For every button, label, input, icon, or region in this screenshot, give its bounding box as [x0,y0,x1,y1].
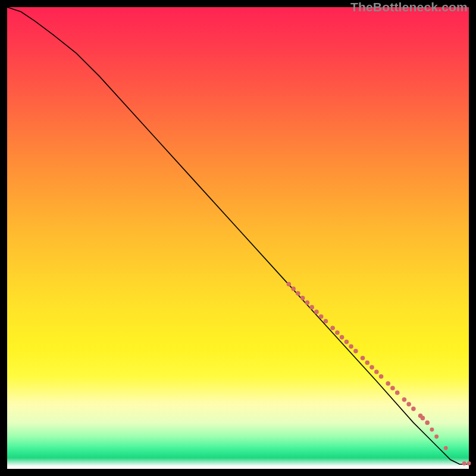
chart-svg [7,7,469,469]
marker-point [444,446,448,450]
marker-point [361,356,365,361]
marker-point [345,340,349,345]
marker-point [402,397,407,402]
marker-point [309,305,314,310]
marker-point [365,361,369,365]
marker-point [291,287,296,292]
marker-point [406,402,411,407]
marker-point [353,349,358,353]
curve-line [7,7,469,464]
marker-point [340,335,345,340]
chart-stage: TheBottleneck.com [0,0,476,476]
marker-point [287,282,292,287]
marker-point [379,374,384,379]
marker-point [411,406,416,411]
marker-point [421,416,425,421]
marker-point [349,345,353,349]
marker-point [425,421,430,425]
attribution-watermark: TheBottleneck.com [350,0,468,14]
marker-point [374,369,379,374]
marker-point [467,461,471,465]
marker-point [314,309,319,314]
marker-point [462,461,466,465]
marker-point [330,326,335,331]
marker-point [335,330,340,335]
marker-point [369,365,374,369]
marker-point [430,428,434,432]
marker-point [319,314,324,319]
marker-point [386,381,390,386]
marker-point [305,300,310,305]
marker-group [287,282,471,465]
marker-point [300,296,305,300]
marker-point [395,390,400,395]
marker-point [390,386,395,390]
marker-point [434,434,439,439]
marker-point [296,291,300,296]
marker-point [324,319,328,324]
